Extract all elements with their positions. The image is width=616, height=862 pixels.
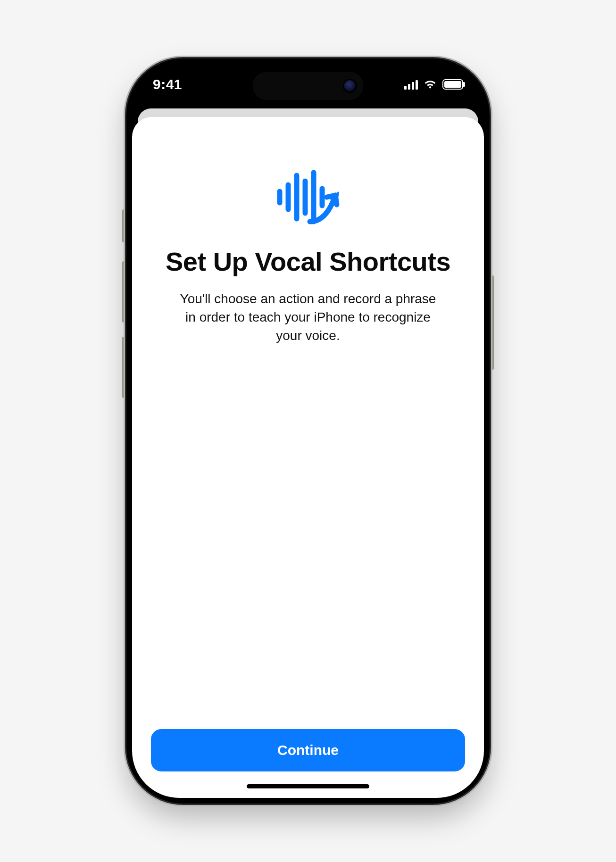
side-button-volume-down	[122, 337, 126, 398]
iphone-device-frame: 9:41	[126, 58, 490, 804]
page-title: Set Up Vocal Shortcuts	[166, 246, 450, 277]
status-time: 9:41	[153, 76, 182, 92]
side-button-volume-up	[122, 261, 126, 323]
dynamic-island	[253, 72, 364, 100]
side-button-action	[122, 209, 126, 242]
cellular-signal-icon	[404, 79, 418, 90]
battery-icon	[442, 79, 463, 90]
front-camera-icon	[343, 79, 357, 93]
continue-button[interactable]: Continue	[151, 729, 465, 771]
page-subtitle: You'll choose an action and record a phr…	[176, 290, 440, 345]
waveform-arrow-icon	[266, 164, 350, 230]
status-indicators	[404, 79, 463, 90]
screen-content: Set Up Vocal Shortcuts You'll choose an …	[126, 106, 490, 804]
side-button-power	[490, 275, 494, 370]
sheet-body: Set Up Vocal Shortcuts You'll choose an …	[132, 117, 484, 729]
phone-screen: 9:41	[126, 58, 490, 804]
home-indicator[interactable]	[247, 784, 369, 788]
setup-sheet: Set Up Vocal Shortcuts You'll choose an …	[132, 117, 484, 798]
wifi-icon	[424, 79, 437, 90]
